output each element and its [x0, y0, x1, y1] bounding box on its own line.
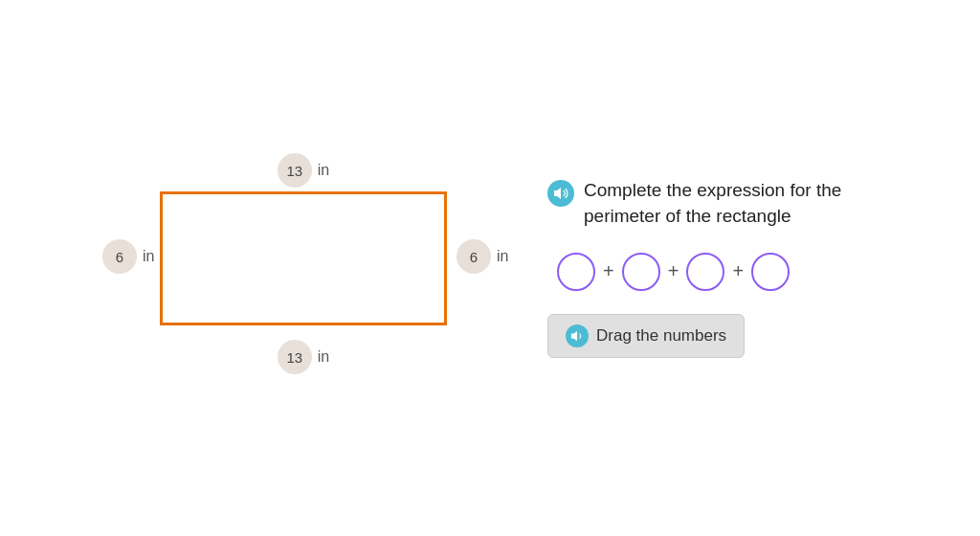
top-measurement: 13 in [160, 153, 447, 188]
plus-sign-3: + [732, 260, 744, 282]
drag-numbers-button[interactable]: Drag the numbers [547, 314, 745, 358]
expr-circle-2[interactable] [622, 253, 660, 291]
bottom-unit: in [318, 348, 329, 366]
instructions-area: Complete the expression for the perimete… [547, 178, 911, 357]
plus-sign-2: + [668, 260, 679, 282]
bottom-value-badge: 13 [278, 340, 312, 374]
right-unit: in [497, 248, 508, 265]
instruction-header: Complete the expression for the perimete… [547, 178, 911, 229]
right-measurement: 6 in [457, 239, 508, 274]
expression-row: + + + [547, 253, 911, 291]
main-container: 13 in 6 in 6 in [0, 0, 980, 536]
expr-circle-1[interactable] [557, 253, 595, 291]
expr-circle-4[interactable] [751, 253, 790, 291]
instruction-text: Complete the expression for the perimete… [584, 178, 911, 229]
left-value-badge: 6 [102, 239, 137, 274]
expr-circle-3[interactable] [686, 253, 724, 291]
speaker-icon[interactable] [547, 180, 574, 207]
right-value-badge: 6 [457, 239, 491, 274]
left-measurement: 6 in [102, 239, 154, 274]
diagram-area: 13 in 6 in 6 in [69, 115, 471, 421]
top-unit: in [318, 162, 329, 179]
drag-button-speaker-icon [566, 324, 589, 347]
drag-button-label: Drag the numbers [596, 326, 726, 346]
plus-sign-1: + [603, 260, 614, 282]
left-unit: in [143, 248, 154, 265]
diagram-wrapper: 13 in 6 in 6 in [102, 144, 437, 392]
bottom-measurement: 13 in [160, 340, 447, 374]
rectangle [160, 191, 447, 325]
top-value-badge: 13 [278, 153, 312, 188]
